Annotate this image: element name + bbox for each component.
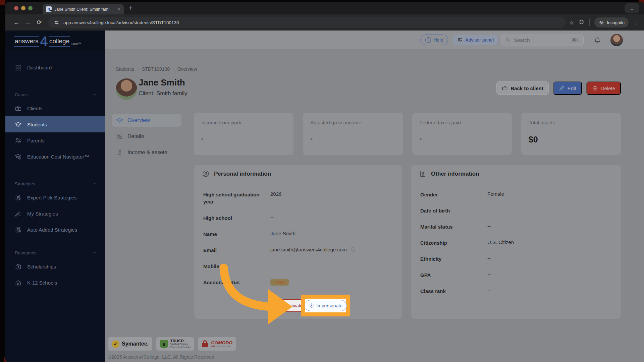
field-row: Gender Female <box>420 190 611 206</box>
trust-badges: ✓ Symantec. e TRUSTe Verified Privacy Po… <box>108 337 236 351</box>
app-header: ? Help Advisor panel Search ⌘K <box>105 31 644 49</box>
back-to-client-button[interactable]: Back to client <box>496 81 549 95</box>
logo-number: 4 <box>40 35 48 47</box>
browser-tab[interactable]: 4 Jane Smith Client: Smith fami × <box>43 4 124 14</box>
breadcrumb-overview[interactable]: Overview <box>177 66 197 72</box>
symantec-badge: ✓ Symantec. <box>108 337 152 351</box>
minimize-window-button[interactable] <box>21 6 25 10</box>
sidebar-item-students[interactable]: Students <box>5 116 105 132</box>
sidebar-item-clients[interactable]: Clients <box>5 100 105 116</box>
reload-button[interactable]: ⟳ <box>34 17 45 28</box>
sidebar-item-k12-schools[interactable]: K-12 Schools <box>5 275 105 291</box>
tab-details[interactable]: Details <box>112 130 181 143</box>
sidebar-item-scholarships[interactable]: Scholarships <box>5 258 105 275</box>
sidebar-item-auto-added-strategies[interactable]: Auto Added Strategies <box>5 222 105 238</box>
zoom-window-button[interactable] <box>28 6 33 10</box>
sidebar: answers 4 college .com™ Dashboard Cases <box>5 31 105 362</box>
close-window-button[interactable] <box>14 6 18 10</box>
breadcrumb-separator: › <box>173 66 174 72</box>
impersonate-shield-icon <box>309 303 314 308</box>
field-row: Date of birth <box>420 206 611 223</box>
bookmark-star-icon[interactable]: ☆ <box>569 19 574 26</box>
back-button[interactable]: ← <box>11 17 22 28</box>
tab-search-button[interactable]: ⌄ <box>625 3 639 13</box>
panel-title: Other information <box>431 171 479 177</box>
field-row: Mobile -- <box>203 262 392 278</box>
browser-menu-icon[interactable]: ⋮ <box>633 19 639 26</box>
stat-card-federal-taxes-paid: Federal taxes paid - <box>412 113 512 155</box>
field-row: High school graduation year 2026 <box>203 190 392 214</box>
edit-button[interactable]: Edit <box>553 81 582 95</box>
comodo-badge: COMODO SSLCERTIFICATE <box>198 337 236 351</box>
help-button[interactable]: ? Help <box>420 35 448 45</box>
truste-badge: e TRUSTe Verified Privacy Powered by Tru… <box>156 337 194 351</box>
incognito-icon <box>598 19 604 25</box>
forward-button[interactable]: → <box>22 17 34 28</box>
pencil-icon <box>559 85 565 91</box>
field-row: Class rank -- <box>420 287 611 303</box>
id-card-icon <box>419 170 427 178</box>
tab-strip: 4 Jane Smith Client: Smith fami × + ⌄ <box>5 2 644 14</box>
tab-overview[interactable]: Overview <box>112 114 181 127</box>
sidebar-item-my-strategies[interactable]: My Strategies <box>5 205 105 222</box>
breadcrumb: Students › STDT100130 › Overview <box>116 66 197 72</box>
stat-card-adjusted-gross-income: Adjusted gross income - <box>303 113 402 155</box>
window-controls <box>14 6 33 10</box>
trash-icon <box>592 85 598 91</box>
logo[interactable]: answers 4 college .com™ <box>5 31 105 52</box>
briefcase-icon <box>502 85 508 91</box>
stat-value: - <box>310 135 395 142</box>
sidebar-item-parents[interactable]: Parents <box>5 132 105 148</box>
pen-icon <box>15 210 22 217</box>
sidebar-section-resources[interactable]: Resources <box>5 247 105 258</box>
advisor-panel-button[interactable]: Advisor panel <box>453 35 498 45</box>
chevron-up-icon <box>92 92 97 97</box>
search-placeholder: Search <box>514 37 569 43</box>
favicon-icon: 4 <box>46 6 52 12</box>
status-badge-invited: Invited <box>270 279 289 286</box>
cursor-icon <box>50 10 53 13</box>
document-search-icon <box>116 133 123 140</box>
user-avatar[interactable] <box>610 34 623 46</box>
sidebar-item-dashboard[interactable]: Dashboard <box>5 59 105 75</box>
search-input[interactable]: Search ⌘K <box>501 34 584 46</box>
field-row: GPA -- <box>420 271 611 287</box>
stat-card-total-assets: Total assets $0 <box>521 113 621 155</box>
stat-value: $0 <box>529 135 613 144</box>
sidebar-item-expert-pick-strategies[interactable]: Expert Pick Strategies <box>5 189 105 205</box>
briefcase-icon <box>15 105 22 112</box>
chevron-up-icon <box>92 181 97 186</box>
sidebar-section-cases[interactable]: Cases <box>5 89 105 100</box>
address-bar[interactable]: app.answers4college.local/advisor/studen… <box>48 17 566 28</box>
sidebar-section-strategies[interactable]: Strategies <box>5 178 105 189</box>
comodo-lock-icon <box>202 340 209 348</box>
search-shortcut: ⌘K <box>572 37 579 43</box>
stat-value: - <box>420 135 504 142</box>
personal-information-panel: Personal information High school graduat… <box>194 165 402 319</box>
graduation-cap-icon <box>116 117 123 124</box>
breadcrumb-students[interactable]: Students <box>116 66 134 72</box>
symantec-check-icon: ✓ <box>112 340 119 348</box>
document-check-icon <box>15 194 22 201</box>
student-photo <box>116 78 137 100</box>
copy-icon[interactable] <box>350 247 356 252</box>
dashboard-icon <box>15 64 22 71</box>
delete-button[interactable]: Delete <box>586 81 621 95</box>
field-row: Name Jane Smith <box>203 230 392 246</box>
logo-word1: answers <box>14 36 39 47</box>
notifications-bell-icon[interactable] <box>594 36 601 44</box>
sidebar-item-education-cost-navigator[interactable]: Education Cost Navigator™ <box>5 148 105 165</box>
logo-tld: .com™ <box>70 42 81 47</box>
tab-close-icon[interactable]: × <box>118 7 120 12</box>
breadcrumb-student-id[interactable]: STDT100130 <box>142 66 170 72</box>
tab-income-assets[interactable]: Income & assets <box>112 146 181 159</box>
panel-title: Personal information <box>214 171 271 177</box>
tab-title: Jane Smith Client: Smith fami <box>54 7 115 12</box>
tune-icon[interactable] <box>54 20 59 25</box>
impersonate-button[interactable]: Impersonate <box>305 300 347 311</box>
advisor-people-icon <box>457 37 463 43</box>
cap-dollar-icon <box>15 153 22 160</box>
new-tab-button[interactable]: + <box>129 4 133 12</box>
extensions-icon[interactable] <box>579 19 585 25</box>
divider <box>589 19 590 26</box>
